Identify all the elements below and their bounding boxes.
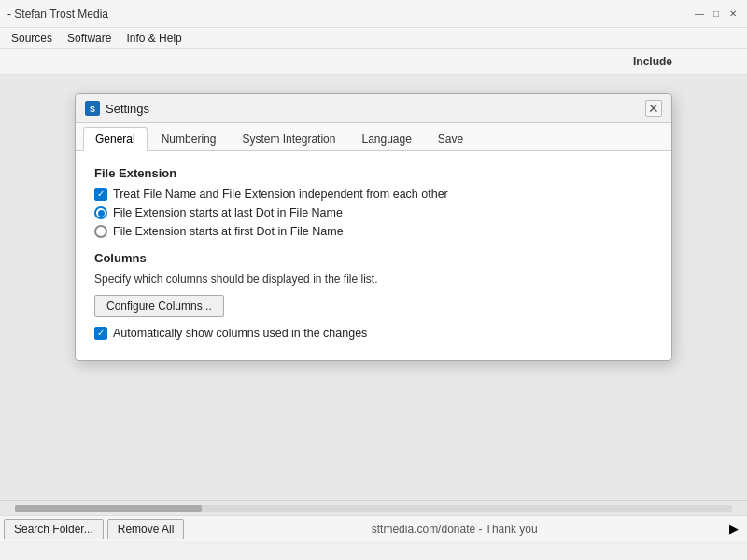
header-area: Include: [0, 49, 747, 75]
radio-ext-last-dot[interactable]: [94, 206, 107, 219]
radio-ext-first-dot[interactable]: [94, 225, 107, 238]
dialog-tabs: General Numbering System Integration Lan…: [76, 123, 671, 151]
configure-columns-button[interactable]: Configure Columns...: [94, 295, 224, 317]
menu-item-software[interactable]: Software: [60, 30, 119, 47]
option-ext-first-dot: File Extension starts at first Dot in Fi…: [94, 225, 653, 238]
option-ext-last-dot: File Extension starts at last Dot in Fil…: [94, 206, 653, 219]
checkbox-auto-show-columns[interactable]: ✓: [94, 327, 107, 340]
status-bar: Search Folder... Remove All sttmedia.com…: [0, 515, 747, 541]
scrollbar-area: [0, 500, 747, 515]
dialog-content: File Extension ✓ Treat File Name and Fil…: [76, 151, 671, 360]
option-auto-show-columns: ✓ Automatically show columns used in the…: [94, 327, 653, 340]
maximize-button[interactable]: □: [710, 7, 723, 21]
remove-all-button[interactable]: Remove All: [107, 519, 185, 539]
columns-section-title: Columns: [94, 251, 653, 265]
check-mark-auto-show: ✓: [97, 329, 105, 338]
option-treat-independent: ✓ Treat File Name and File Extension ind…: [94, 188, 653, 201]
dialog-overlay: S Settings ✕ General Numbering System In…: [0, 75, 747, 500]
settings-dialog: S Settings ✕ General Numbering System In…: [75, 93, 672, 361]
svg-text:S: S: [90, 105, 95, 114]
tab-system-integration[interactable]: System Integration: [230, 127, 347, 150]
label-ext-first-dot: File Extension starts at first Dot in Fi…: [113, 225, 344, 238]
window-close-button[interactable]: ✕: [726, 7, 740, 21]
checkbox-treat-independent[interactable]: ✓: [94, 188, 107, 201]
label-ext-last-dot: File Extension starts at last Dot in Fil…: [113, 206, 343, 219]
check-mark-treat-independent: ✓: [97, 189, 105, 199]
tab-general[interactable]: General: [83, 127, 148, 151]
status-left: Search Folder... Remove All: [4, 519, 184, 539]
label-treat-independent: Treat File Name and File Extension indep…: [113, 188, 448, 201]
scroll-right-icon[interactable]: ▶: [729, 522, 739, 536]
file-extension-section-title: File Extension: [94, 166, 653, 180]
window-title: - Stefan Trost Media: [7, 7, 108, 21]
status-right: ▶: [725, 522, 743, 536]
columns-description: Specify which columns should be displaye…: [94, 273, 653, 286]
menu-item-info-help[interactable]: Info & Help: [119, 30, 189, 47]
status-text: sttmedia.com/donate - Thank you: [184, 523, 725, 536]
window-controls: — □ ✕: [693, 7, 740, 21]
main-area: S Settings ✕ General Numbering System In…: [0, 75, 747, 500]
dialog-close-button[interactable]: ✕: [645, 100, 662, 117]
dialog-titlebar: S Settings ✕: [76, 94, 671, 123]
label-auto-show-columns: Automatically show columns used in the c…: [113, 327, 367, 340]
tab-language[interactable]: Language: [349, 127, 423, 150]
include-label: Include: [633, 55, 672, 68]
scrollbar-thumb[interactable]: [15, 505, 202, 512]
title-bar: - Stefan Trost Media — □ ✕: [0, 0, 747, 28]
minimize-button[interactable]: —: [693, 7, 706, 21]
scrollbar-track[interactable]: [15, 505, 732, 512]
dialog-title-text: Settings: [106, 102, 149, 116]
search-folder-button[interactable]: Search Folder...: [4, 519, 104, 539]
tab-save[interactable]: Save: [426, 127, 475, 150]
tab-numbering[interactable]: Numbering: [149, 127, 229, 150]
menu-bar: Sources Software Info & Help: [0, 28, 747, 49]
dialog-title-left: S Settings: [85, 101, 149, 116]
dialog-icon: S: [85, 101, 100, 116]
menu-item-sources[interactable]: Sources: [4, 30, 60, 47]
